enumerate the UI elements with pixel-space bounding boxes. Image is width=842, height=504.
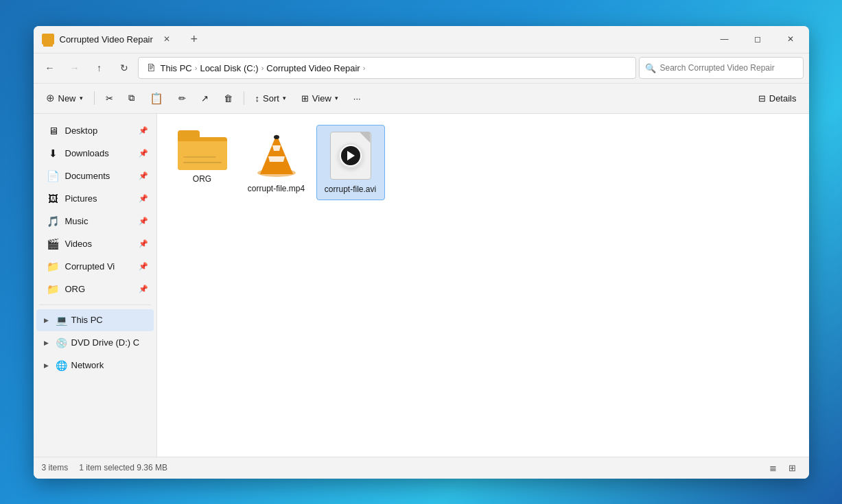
avi-file-bg — [330, 132, 371, 180]
breadcrumb-folder[interactable]: Corrupted Video Repair — [266, 63, 360, 73]
view-icon: ⊞ — [301, 93, 309, 104]
pictures-pin-icon: 📌 — [139, 194, 148, 203]
sort-icon: ↕ — [255, 93, 260, 104]
back-button[interactable]: ← — [39, 57, 61, 79]
org-folder-icon — [178, 130, 227, 170]
vlc-cone-svg — [253, 132, 300, 178]
pictures-icon: 🖼 — [47, 193, 60, 205]
svg-marker-3 — [272, 145, 281, 151]
desktop-icon: 🖥 — [47, 125, 60, 137]
main-content: 🖥 Desktop 📌 ⬇ Downloads 📌 📄 Documents 📌 … — [34, 114, 809, 457]
cut-icon: ✂ — [106, 93, 113, 104]
sidebar-label-music: Music — [65, 216, 89, 226]
documents-icon: 📄 — [47, 170, 60, 182]
details-button[interactable]: ⊟ Details — [751, 87, 804, 109]
sort-chevron-icon: ▾ — [283, 95, 286, 101]
sort-button[interactable]: ↕ Sort ▾ — [248, 87, 293, 109]
refresh-button[interactable]: ↻ — [113, 57, 135, 79]
view-toggle: ≣ ⊞ — [765, 459, 801, 476]
share-icon: ↗ — [201, 93, 209, 104]
sidebar-label-desktop: Desktop — [65, 125, 98, 136]
paste-icon: 📋 — [150, 92, 163, 105]
sidebar-item-desktop[interactable]: 🖥 Desktop 📌 — [36, 120, 154, 142]
share-button[interactable]: ↗ — [194, 87, 215, 109]
file-item-mp4[interactable]: corrupt-file.mp4 — [242, 125, 311, 200]
tab-folder-icon — [42, 34, 54, 45]
breadcrumb-local-disk[interactable]: Local Disk (C:) — [200, 63, 258, 73]
sidebar-item-pictures[interactable]: 🖼 Pictures 📌 — [36, 188, 154, 210]
new-icon: ⊕ — [46, 92, 55, 104]
cut-button[interactable]: ✂ — [99, 87, 120, 109]
breadcrumb-sep-3: › — [363, 64, 366, 72]
sidebar-item-org[interactable]: 📁 ORG 📌 — [36, 278, 154, 300]
this-pc-icon: 🖹 — [144, 57, 158, 79]
sidebar-item-downloads[interactable]: ⬇ Downloads 📌 — [36, 143, 154, 165]
sort-label: Sort — [263, 93, 279, 104]
search-input[interactable] — [660, 63, 797, 73]
network-expand-icon: ▶ — [42, 361, 51, 370]
videos-pin-icon: 📌 — [139, 239, 148, 248]
maximize-button[interactable]: ◻ — [742, 28, 773, 50]
svg-point-4 — [274, 135, 279, 139]
new-label: New — [58, 93, 76, 104]
rename-button[interactable]: ✏ — [172, 87, 193, 109]
close-button[interactable]: ✕ — [775, 28, 806, 50]
sidebar-item-dvd[interactable]: ▶ 💿 DVD Drive (D:) C — [36, 332, 154, 354]
forward-button[interactable]: → — [64, 57, 86, 79]
up-button[interactable]: ↑ — [89, 57, 110, 79]
address-bar: ← → ↑ ↻ 🖹 This PC › Local Disk (C:) › Co… — [34, 53, 809, 84]
sidebar-item-music[interactable]: 🎵 Music 📌 — [36, 211, 154, 232]
window-controls: — ◻ ✕ — [709, 28, 809, 50]
sidebar-item-corrupted[interactable]: 📁 Corrupted Vi 📌 — [36, 256, 154, 278]
sidebar-item-network[interactable]: ▶ 🌐 Network — [36, 355, 154, 376]
sidebar-item-documents[interactable]: 📄 Documents 📌 — [36, 165, 154, 187]
desktop-pin-icon: 📌 — [139, 126, 148, 135]
more-button[interactable]: ··· — [347, 87, 368, 109]
files-grid: ORG — [168, 125, 798, 200]
new-button[interactable]: ⊕ New ▾ — [39, 87, 90, 109]
folder-line — [183, 162, 222, 163]
documents-pin-icon: 📌 — [139, 171, 148, 180]
paste-button[interactable]: 📋 — [143, 87, 170, 109]
file-item-org[interactable]: ORG — [168, 125, 237, 200]
status-bar: 3 items 1 item selected 9.36 MB ≣ ⊞ — [34, 457, 809, 479]
tab-title: Corrupted Video Repair — [60, 34, 153, 45]
music-icon: 🎵 — [47, 215, 60, 228]
sidebar-divider — [39, 304, 151, 305]
sidebar-label-downloads: Downloads — [65, 148, 109, 158]
details-label: Details — [769, 93, 797, 104]
grid-view-button[interactable]: ⊞ — [784, 459, 801, 476]
minimize-button[interactable]: — — [709, 28, 740, 50]
svg-marker-1 — [260, 134, 293, 174]
sidebar-item-videos[interactable]: 🎬 Videos 📌 — [36, 233, 154, 255]
org-pin-icon: 📌 — [139, 285, 148, 293]
selected-info: 1 item selected 9.36 MB — [79, 463, 167, 472]
dvd-icon: 💿 — [56, 337, 67, 348]
view-label: View — [312, 93, 331, 104]
sidebar-label-network: Network — [71, 360, 104, 370]
explorer-window: Corrupted Video Repair ✕ + — ◻ ✕ ← → ↑ ↻… — [34, 26, 809, 479]
tab-close-button[interactable]: ✕ — [159, 31, 175, 47]
delete-button[interactable]: 🗑 — [217, 87, 239, 109]
avi-icon-wrap — [326, 131, 375, 180]
sidebar-item-this-pc[interactable]: ▶ 💻 This PC — [36, 309, 154, 331]
new-tab-button[interactable]: + — [185, 29, 204, 49]
sidebar-label-corrupted: Corrupted Vi — [65, 261, 115, 272]
dvd-expand-icon: ▶ — [42, 338, 51, 348]
breadcrumb-this-pc[interactable]: This PC — [161, 63, 192, 73]
search-box[interactable]: 🔍 — [639, 57, 804, 79]
downloads-icon: ⬇ — [47, 147, 60, 160]
sidebar-label-dvd: DVD Drive (D:) C — [71, 337, 140, 348]
sidebar-label-org: ORG — [65, 284, 86, 294]
this-pc-expand-icon: ▶ — [42, 315, 51, 325]
network-icon: 🌐 — [56, 360, 67, 371]
sidebar-label-this-pc: This PC — [71, 315, 103, 325]
view-button[interactable]: ⊞ View ▾ — [294, 87, 345, 109]
list-view-button[interactable]: ≣ — [765, 459, 782, 476]
copy-button[interactable]: ⧉ — [121, 87, 141, 109]
toolbar-sep-2 — [244, 91, 244, 105]
svg-marker-2 — [268, 156, 285, 162]
breadcrumb[interactable]: 🖹 This PC › Local Disk (C:) › Corrupted … — [138, 57, 636, 79]
vlc-icon-wrap — [252, 130, 301, 180]
file-item-avi[interactable]: corrupt-file.avi — [316, 125, 385, 200]
